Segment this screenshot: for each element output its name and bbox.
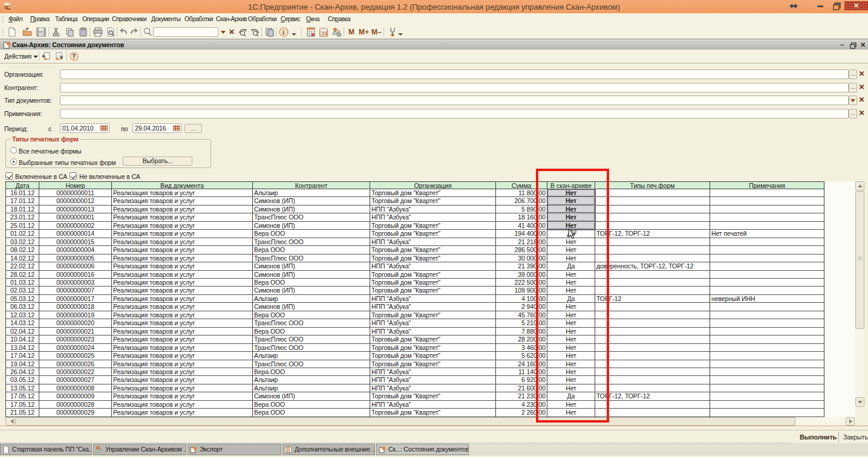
svg-text:31: 31 [321,30,327,36]
svg-text:?: ? [72,53,76,60]
svg-text:i: i [282,28,284,36]
